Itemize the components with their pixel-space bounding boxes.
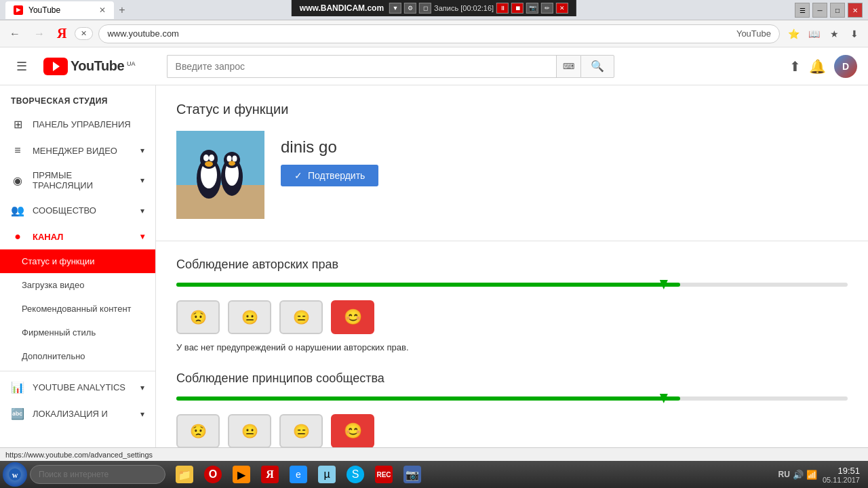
sidebar-item-dashboard[interactable]: ⊞ ПАНЕЛЬ УПРАВЛЕНИЯ: [0, 111, 155, 138]
copyright-emoji-2: 😐: [228, 300, 271, 334]
confirm-button[interactable]: ✓ Подтвердить: [281, 165, 378, 186]
chevron-down-icon-5: ▾: [140, 383, 144, 392]
back-button[interactable]: ←: [5, 24, 24, 43]
sidebar-item-status[interactable]: Статус и функции: [0, 249, 155, 273]
keyboard-icon[interactable]: ⌨: [556, 55, 580, 78]
bandicam-close-btn[interactable]: ✕: [556, 3, 568, 14]
main-content: Статус и функции: [156, 85, 868, 468]
sidebar-label-dashboard: ПАНЕЛЬ УПРАВЛЕНИЯ: [33, 119, 131, 129]
sidebar-item-featured[interactable]: Рекомендованный контент: [0, 297, 155, 321]
taskbar-app-misc[interactable]: 📷: [399, 462, 426, 468]
sidebar-item-branding[interactable]: Фирменный стиль: [0, 321, 155, 344]
address-bar[interactable]: www.youtube.com YouTube: [98, 24, 780, 43]
taskbar-app-ie[interactable]: e: [285, 462, 312, 468]
forward-button[interactable]: →: [30, 24, 49, 43]
sidebar-label-analytics: YOUTUBE ANALYTICS: [33, 382, 125, 392]
address-url: www.youtube.com: [107, 28, 730, 39]
sidebar-item-advanced[interactable]: Дополнительно: [0, 344, 155, 368]
star-icon[interactable]: ★: [826, 26, 842, 42]
bandicam-window-btn[interactable]: ◻: [419, 3, 431, 14]
sidebar-item-community[interactable]: 👥 СООБЩЕСТВО ▾: [0, 197, 155, 224]
avatar[interactable]: D: [834, 55, 857, 78]
sidebar-label-community: СООБЩЕСТВО: [33, 205, 96, 216]
yandex-taskbar-icon: Я: [261, 466, 279, 468]
taskbar-search[interactable]: [30, 465, 165, 468]
sidebar-item-channel[interactable]: ● КАНАЛ ▾: [0, 224, 155, 249]
bandicam-dropdown-btn[interactable]: ▼: [389, 3, 401, 14]
upload-icon[interactable]: ⬆: [789, 58, 801, 75]
copyright-progress-fill: [176, 283, 680, 287]
taskbar-app-opera[interactable]: O: [199, 462, 226, 468]
window-close-btn[interactable]: ✕: [848, 3, 863, 18]
community-icon: 👥: [11, 204, 24, 217]
sidebar-label-channel: КАНАЛ: [33, 232, 63, 242]
community-progress-fill: [176, 396, 680, 401]
taskbar-app-vlc[interactable]: ▶: [228, 462, 255, 468]
window-minimize-btn[interactable]: ─: [812, 3, 827, 18]
sidebar-item-video-manager[interactable]: ≡ МЕНЕДЖЕР ВИДЕО ▾: [0, 138, 155, 163]
favorites-icon[interactable]: ⭐: [785, 26, 802, 42]
taskbar-right: RU 🔊 📶 19:51 05.11.2017: [778, 466, 865, 468]
community-emoji-4-active: 😊: [331, 414, 374, 448]
chevron-down-icon-4: ▾: [140, 232, 144, 241]
dashboard-icon: ⊞: [11, 118, 24, 131]
taskbar-time: 19:51 05.11.2017: [823, 466, 860, 468]
community-emoji-3: 😑: [279, 414, 323, 448]
channel-avatar: [176, 131, 264, 219]
sidebar-item-analytics[interactable]: 📊 YOUTUBE ANALYTICS ▾: [0, 374, 155, 401]
bandicam-controls: ▼ ⚙ ◻ Запись [00:02:16] ⏸ ⏹ 📷 ✏ ✕: [389, 3, 568, 14]
copyright-emoji-row: 😟 😐 😑 😊: [176, 300, 848, 334]
youtube-logo[interactable]: YouTube UA: [43, 58, 136, 75]
sidebar-item-localization[interactable]: 🔤 ЛОКАЛИЗАЦИЯ И ▾: [0, 401, 155, 427]
studio-title: ТВОРЧЕСКАЯ СТУДИЯ: [0, 85, 155, 111]
sidebar-label-featured: Рекомендованный контент: [22, 304, 132, 314]
localization-icon: 🔤: [11, 407, 24, 420]
search-button[interactable]: 🔍: [580, 55, 614, 78]
sidebar-item-upload[interactable]: Загрузка видео: [0, 273, 155, 297]
browser-navbar: ← → Я ✕ www.youtube.com YouTube ⭐ 📖 ★ ⬇: [0, 20, 868, 47]
window-controls: ☰ ─ □ ✕: [795, 3, 863, 18]
skype-icon: S: [347, 466, 364, 468]
search-input[interactable]: [167, 55, 556, 78]
bandicam-draw-btn[interactable]: ✏: [541, 3, 553, 14]
ie-icon: e: [290, 466, 307, 468]
community-emoji-1: 😟: [176, 414, 220, 448]
taskbar-apps: 📁 O ▶ Я e µ S REC 📷: [171, 462, 426, 468]
chevron-down-icon-6: ▾: [140, 409, 144, 419]
window-menu-btn[interactable]: ☰: [795, 3, 810, 18]
taskbar-app-skype[interactable]: S: [342, 462, 369, 468]
taskbar-app-yandex[interactable]: Я: [256, 462, 283, 468]
taskbar-app-explorer[interactable]: 📁: [171, 462, 198, 468]
bandicam-pause-btn[interactable]: ⏸: [496, 3, 509, 14]
window-maximize-btn[interactable]: □: [830, 3, 845, 18]
notifications-icon[interactable]: 🔔: [809, 58, 826, 75]
confirm-label: Подтвердить: [308, 170, 365, 181]
start-button[interactable]: w: [3, 462, 27, 468]
chevron-down-icon-2: ▾: [140, 176, 144, 185]
bandicam-text: www.BANDICAM.com: [300, 3, 384, 13]
menu-icon[interactable]: ☰: [11, 54, 33, 79]
bandicam-screenshot-btn[interactable]: 📷: [526, 3, 538, 14]
misc-icon: 📷: [403, 466, 421, 468]
svg-point-6: [209, 155, 214, 161]
taskbar-app-bandicam[interactable]: REC: [370, 462, 397, 468]
community-emoji-row: 😟 😐 😑 😊: [176, 414, 848, 448]
section-divider-1: [156, 241, 868, 241]
chevron-down-icon-3: ▾: [140, 206, 144, 216]
bandicam-settings-btn[interactable]: ⚙: [404, 3, 416, 14]
bandicam-stop-btn[interactable]: ⏹: [511, 3, 524, 14]
nav-icons: ⭐ 📖 ★ ⬇: [785, 26, 863, 42]
community-title: Соблюдение принципов сообщества: [176, 371, 848, 386]
check-icon: ✓: [294, 170, 302, 181]
sidebar-item-live[interactable]: ◉ ПРЯМЫЕ ТРАНСЛЯЦИИ ▾: [0, 163, 155, 197]
tab-close-icon[interactable]: ✕: [99, 5, 106, 15]
bookmark-icon[interactable]: 📖: [806, 26, 822, 42]
browser-tab[interactable]: ▶ YouTube ✕: [5, 1, 114, 19]
taskbar-app-utorrent[interactable]: µ: [313, 462, 340, 468]
new-tab-button[interactable]: +: [114, 2, 130, 18]
status-bar: https://www.youtube.com/advanced_setting…: [0, 447, 868, 461]
download-icon[interactable]: ⬇: [846, 26, 863, 42]
community-emoji-2: 😐: [228, 414, 271, 448]
copyright-progress-track: [176, 283, 848, 287]
vlc-icon: ▶: [233, 466, 250, 468]
